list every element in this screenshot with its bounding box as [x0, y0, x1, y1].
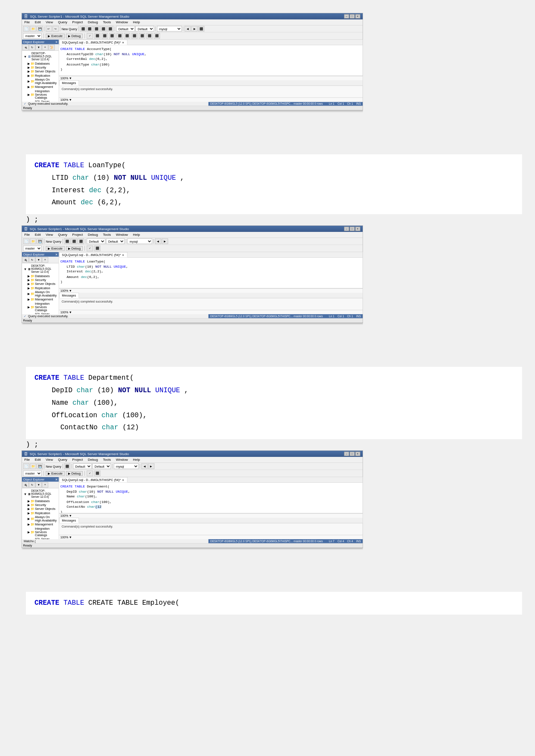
- oe3-btn3[interactable]: ▼: [35, 482, 41, 488]
- menu-window-2[interactable]: Window: [115, 233, 129, 237]
- new-query-label[interactable]: New Query: [62, 27, 77, 31]
- redo-btn[interactable]: ↪: [53, 26, 59, 31]
- messages-tab-3[interactable]: Messages: [59, 518, 79, 523]
- tb3[interactable]: ⬛: [94, 26, 100, 31]
- tab-close-1[interactable]: ✕: [122, 41, 125, 44]
- oe2-server[interactable]: ▼🖥 DESKTOP-6G6MGL5 (SQL Server 12.0.4): [22, 264, 58, 274]
- w3-t6[interactable]: ▶: [148, 463, 154, 469]
- new-query-btn[interactable]: 📄: [23, 26, 29, 31]
- oe3-server[interactable]: ▼🖥 DESKTOP-6G6MGL5 (SQL Server 12.0.4): [22, 489, 58, 499]
- default-dropdown-1[interactable]: Default: [116, 26, 135, 31]
- oe-databases[interactable]: ▶📁Databases: [26, 61, 58, 65]
- tab-close-2[interactable]: ✕: [122, 253, 125, 256]
- close-btn-3[interactable]: ✕: [355, 452, 360, 456]
- oe3-rep[interactable]: ▶📁Replication: [26, 511, 58, 515]
- oe-close-3[interactable]: ✕: [55, 478, 58, 481]
- oe3-btn4[interactable]: +: [42, 482, 48, 488]
- menu-window-3[interactable]: Window: [115, 458, 129, 462]
- oe2-mgmt[interactable]: ▶📁Management: [26, 297, 58, 301]
- oe-management[interactable]: ▶📁Management: [26, 85, 58, 89]
- oe-always-on[interactable]: ▶📁Always On High Availability: [26, 78, 58, 85]
- menu-help[interactable]: Help: [131, 20, 141, 25]
- oe3-mgmt[interactable]: ▶📁Management: [26, 522, 58, 526]
- w3-db-dropdown[interactable]: master: [23, 471, 42, 476]
- menu-help-3[interactable]: Help: [131, 458, 141, 462]
- oe2-btn3[interactable]: ▼: [35, 257, 41, 263]
- menu-tools-3[interactable]: Tools: [102, 458, 112, 462]
- oe3-db[interactable]: ▶📁Databases: [26, 499, 58, 503]
- execute-btn[interactable]: ▶ Execute: [46, 34, 65, 38]
- minimize-btn-3[interactable]: –: [344, 452, 349, 456]
- oe2-btn2[interactable]: ↻: [29, 257, 35, 263]
- w3-t8[interactable]: ⬛: [94, 471, 100, 476]
- oe-filter-btn[interactable]: ▼: [35, 44, 41, 50]
- w2-t8[interactable]: ▶: [162, 238, 168, 244]
- oe3-btn2[interactable]: ↻: [29, 482, 35, 488]
- messages-tab-2[interactable]: Messages: [59, 293, 79, 298]
- query-tab-1[interactable]: SQLQuery2.sql - D...6MGL5\THISPC (54)* ✕: [59, 40, 127, 45]
- bottom-zoom-drop-1[interactable]: ▼: [69, 98, 72, 101]
- w3-execute[interactable]: ▶ Execute: [46, 471, 65, 476]
- oe3-int[interactable]: ▶📁Integration Services Catalogs: [26, 527, 58, 537]
- w3-t2[interactable]: 📁: [30, 463, 36, 469]
- undo-btn[interactable]: ↩: [46, 26, 52, 31]
- tb10[interactable]: ⬛: [94, 33, 100, 39]
- tb12[interactable]: ⬛: [109, 33, 115, 39]
- w2-t9[interactable]: ✓: [87, 246, 93, 251]
- w2-t7[interactable]: ◀: [155, 238, 161, 244]
- tb18[interactable]: ⬛: [154, 33, 160, 39]
- query-tab-2[interactable]: SQLQuery2.sql - D...6MGL5\THISPC (54)* ✕: [59, 252, 127, 257]
- tb13[interactable]: ⬛: [116, 33, 122, 39]
- w2-new-query[interactable]: New Query: [46, 240, 61, 243]
- oe2-sec[interactable]: ▶📁Security: [26, 278, 58, 282]
- w3-default-1[interactable]: Default: [73, 463, 92, 469]
- database-dropdown[interactable]: master: [23, 33, 42, 39]
- menu-project-2[interactable]: Project: [71, 233, 84, 237]
- minimize-btn-2[interactable]: –: [344, 227, 349, 231]
- oe-replication[interactable]: ▶📁Replication: [26, 73, 58, 77]
- tb4[interactable]: ⬛: [100, 26, 106, 31]
- oe2-int[interactable]: ▶📁Integration Services Catalogs: [26, 302, 58, 312]
- menu-view-2[interactable]: View: [44, 233, 54, 237]
- menu-file[interactable]: File: [23, 20, 31, 25]
- w2-t2[interactable]: 📁: [30, 238, 36, 244]
- tb9[interactable]: ✓: [87, 33, 93, 39]
- oe-close-2[interactable]: ✕: [55, 253, 58, 256]
- tb7[interactable]: ▶: [191, 26, 197, 31]
- tb2[interactable]: ⬛: [87, 26, 93, 31]
- w3-t3[interactable]: 💾: [37, 463, 43, 469]
- oe-server-objects[interactable]: ▶📁Server Objects: [26, 69, 58, 73]
- menu-tools[interactable]: Tools: [102, 20, 112, 25]
- tb16[interactable]: ⬛: [139, 33, 145, 39]
- restore-btn-3[interactable]: □: [350, 452, 355, 456]
- w2-t1[interactable]: 📄: [23, 238, 29, 244]
- w2-t6[interactable]: ⬛: [78, 238, 84, 244]
- tb17[interactable]: ⬛: [147, 33, 153, 39]
- w3-t7[interactable]: ✓: [87, 471, 93, 476]
- tb15[interactable]: ⬛: [131, 33, 138, 39]
- oe-close-icon[interactable]: ✕: [55, 40, 58, 44]
- w2-mysql[interactable]: mysql: [128, 238, 153, 244]
- minimize-btn[interactable]: –: [344, 14, 349, 19]
- tb5[interactable]: ⬛: [107, 26, 113, 31]
- w2-default-1[interactable]: Default: [87, 238, 105, 244]
- query-text-1[interactable]: CREATE TABLE AccountType( AccountTypeID …: [59, 45, 363, 76]
- w2-t10[interactable]: ⬛: [94, 246, 100, 251]
- mysql-dropdown[interactable]: mysql: [157, 26, 182, 31]
- menu-debug-2[interactable]: Debug: [87, 233, 99, 237]
- oe3-btn1[interactable]: 🔌: [22, 482, 28, 488]
- menu-query-3[interactable]: Query: [57, 458, 69, 462]
- query-tab-3[interactable]: SQLQuery2.sql - D...6MGL5\THISPC (54)* ✕: [59, 477, 127, 482]
- w2-default-2[interactable]: Default: [106, 238, 125, 244]
- oe-security[interactable]: ▶📁Security: [26, 66, 58, 69]
- oe-refresh-btn[interactable]: ↻: [29, 44, 35, 50]
- w3-t5[interactable]: ◀: [141, 463, 147, 469]
- default-dropdown-2[interactable]: Default: [135, 26, 154, 31]
- menu-query-2[interactable]: Query: [57, 233, 69, 237]
- w2-t4[interactable]: ⬛: [64, 238, 70, 244]
- open-btn[interactable]: 📁: [30, 26, 36, 31]
- oe-integration[interactable]: ▶📁Integration Services Catalogs: [26, 89, 58, 100]
- menu-view[interactable]: View: [44, 20, 54, 25]
- tb11[interactable]: ⬛: [102, 33, 108, 39]
- menu-file-2[interactable]: File: [23, 233, 31, 237]
